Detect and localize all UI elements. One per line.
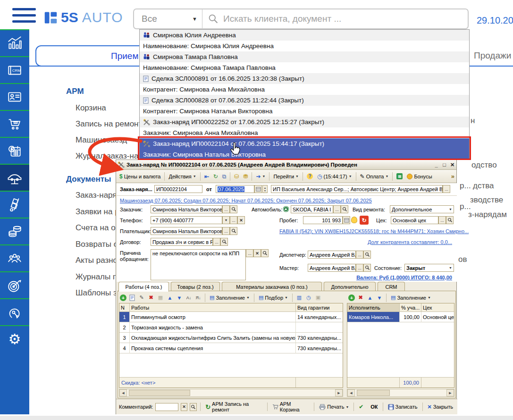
phone-select-button[interactable]: ... — [230, 216, 237, 224]
search-result-description[interactable]: Наименование: Смирнова Юлия Андреевна — [140, 41, 469, 51]
menu-item-scheta[interactable]: Счета на оп — [76, 223, 120, 233]
search-result-description[interactable]: Заказчик: Смирнова Анна Михайловна — [140, 127, 469, 138]
works-row-cell[interactable]: 14 календарных... — [296, 312, 343, 322]
chevron-down-icon[interactable]: ▼ — [449, 208, 452, 211]
add-copy-button[interactable] — [128, 294, 136, 302]
sort-desc-button[interactable]: Я↓ — [194, 294, 202, 302]
car-field[interactable]: SKODA, FABIA I — [291, 205, 333, 213]
shop-field[interactable]: Основной цех — [391, 216, 438, 224]
master-select-button[interactable]: ... — [356, 264, 363, 272]
help-button[interactable]: ? — [305, 173, 314, 180]
executor-row-cell[interactable]: Основной цех — [421, 312, 454, 322]
organization-field[interactable]: ИП Васильев Александр Сер...; Автосервис… — [271, 185, 443, 193]
menu-item-shablony[interactable]: Шаблоны за — [76, 288, 121, 298]
column-header-percent[interactable]: % уча... — [400, 303, 421, 312]
sidebar-item-schedule[interactable] — [0, 137, 29, 164]
search-result-client[interactable]: Смирнова Тамара Павловна — [140, 51, 469, 62]
payment-button[interactable]: ✎Оплата▼ — [359, 173, 390, 180]
sidebar-item-support[interactable] — [0, 298, 29, 325]
search-result-deal[interactable]: Сделка ЗСЛ000828 от 07.06.2025 11:22:44 … — [140, 95, 469, 106]
dispatcher-select-button[interactable]: ... — [356, 251, 363, 259]
search-scope-arrow-icon[interactable]: ▼ — [192, 16, 197, 22]
structure-button[interactable]: ⛁ — [233, 173, 240, 180]
state-select[interactable]: Закрыт▼ — [404, 264, 454, 272]
tab-works[interactable]: Работы (4 поз.) — [118, 282, 169, 292]
arm-repair-button[interactable]: ↻АРМ Запись на ремонт — [204, 401, 264, 413]
column-header-executor[interactable]: Исполнитель — [347, 303, 400, 312]
customer-field[interactable]: Смирнова Наталья Викторовна — [151, 205, 222, 213]
repair-type-select[interactable]: Дополнительное▼ — [390, 205, 454, 213]
search-result-work-order-selected[interactable]: Заказ-наряд ИП00022104 от 07.06.2025 15:… — [140, 138, 469, 149]
copy-disabled-button[interactable]: ▦ — [157, 294, 164, 302]
scroll-right-icon[interactable]: ▶ — [335, 389, 343, 396]
search-result-description-selected[interactable]: Заказчик: Смирнова Наталья Викторовна — [140, 149, 469, 160]
discount-footer[interactable]: Скидка: <нет> — [119, 377, 296, 387]
copy-button[interactable]: ⧉ — [221, 173, 228, 180]
subordination-button[interactable]: ⛃ — [242, 173, 249, 180]
global-search-combo[interactable]: Все ▼ Искать клиента, документ ... — [133, 8, 469, 29]
date-spinner[interactable]: ▲▼ — [262, 185, 268, 193]
menu-item-zayavki[interactable]: Заявки на р — [76, 207, 119, 217]
ok-button[interactable]: ✔ОК — [357, 403, 379, 411]
move-down-button[interactable]: ▼ — [176, 294, 183, 302]
move-down-button[interactable]: ▼ — [376, 294, 383, 302]
dispatcher-open-button[interactable] — [363, 251, 371, 259]
works-hscrollbar[interactable]: ◀ ▶ — [119, 389, 343, 397]
tab-prodazhi[interactable]: Продажи — [474, 50, 511, 61]
mileage-refresh-button[interactable]: ↻ — [360, 216, 369, 225]
save-disabled-button[interactable]: ▣ — [314, 294, 322, 302]
works-row-cell[interactable]: Пятиминутный осмотр — [130, 312, 296, 322]
works-row-cell[interactable] — [296, 322, 343, 333]
time-norm-button[interactable]: ◷ — [305, 294, 312, 302]
column-header-n[interactable]: N — [119, 303, 130, 312]
organization-select-button[interactable]: ... — [443, 185, 450, 193]
sidebar-item-analytics[interactable] — [0, 29, 29, 56]
search-result-description[interactable]: Контрагент: Смирнова Анна Михайловна — [140, 84, 469, 95]
works-row-cell[interactable]: 1 — [119, 312, 130, 322]
print-button[interactable]: Печать▼ — [318, 403, 350, 411]
debt-link[interactable]: Долг контрагента составляет: 0,0... — [368, 239, 452, 245]
delete-row-button[interactable]: ✖ — [357, 294, 364, 302]
search-result-description[interactable]: Контрагент: Смирнова Наталья Викторовна — [140, 106, 469, 117]
post-document-button[interactable]: ⇤ — [203, 173, 210, 180]
menu-item-akty[interactable]: Акты разног — [76, 256, 120, 265]
delete-row-button[interactable]: ✖ — [147, 294, 155, 302]
executor-row-cell[interactable]: 100,00 — [400, 312, 421, 322]
pick-button[interactable]: ▤Подбор▼ — [257, 294, 289, 301]
works-row-cell[interactable]: 4 — [119, 343, 130, 353]
contract-select-button[interactable]: ... — [213, 238, 220, 246]
number-field[interactable]: ИП00022104 — [154, 185, 202, 193]
menu-item-zapis-na-remont[interactable]: Запись на ремонт — [76, 119, 142, 129]
date-field[interactable]: 07.06.2025 — [216, 185, 254, 193]
edit-row-button[interactable]: ✎ — [138, 294, 145, 302]
phone-field[interactable]: +7 (900) 4400777 — [151, 216, 222, 224]
close-button[interactable]: ✕ — [448, 162, 456, 168]
more-toolbar-button[interactable]: » — [451, 173, 454, 180]
fill-button[interactable]: ▤Заполнение▼ — [389, 294, 432, 301]
contract-field[interactable]: Продажа з\ч и сервис в Руб от 27.05.2 — [151, 238, 213, 246]
calendar-button[interactable] — [254, 185, 262, 193]
save-button[interactable]: Записать — [387, 403, 419, 411]
dispatcher-field[interactable]: Андреев Андрей Вл — [308, 251, 356, 259]
sidebar-item-crm[interactable]: CRM — [0, 56, 29, 83]
mileage-calc-button[interactable] — [343, 216, 350, 224]
sidebar-item-cart[interactable] — [0, 110, 29, 137]
comment-clear-button[interactable]: ✕ — [181, 403, 188, 411]
reason-clear-button[interactable]: ✕ — [253, 249, 261, 257]
close-dialog-button[interactable]: ✕Закрыть — [426, 403, 454, 411]
shop-open-button[interactable] — [446, 216, 454, 224]
customer-open-button[interactable] — [230, 205, 237, 213]
scroll-thumb[interactable] — [357, 390, 390, 396]
send-button[interactable]: ➔▼ — [254, 173, 267, 180]
prices-currency-button[interactable]: $Цены и валюта — [118, 173, 162, 180]
goto-button[interactable]: Перейти▼ — [272, 173, 300, 180]
scroll-left-icon[interactable]: ◀ — [347, 389, 355, 396]
move-up-button[interactable]: ▲ — [166, 294, 174, 302]
tab-customer-materials[interactable]: Материалы заказчика (0 поз.) — [222, 282, 322, 291]
tab-additional[interactable]: Дополнительно — [324, 282, 376, 291]
master-open-button[interactable] — [363, 264, 371, 272]
sidebar-item-team[interactable] — [0, 244, 29, 271]
menu-item-mashinozaezd[interactable]: Машинозаезд — [76, 135, 127, 145]
works-row-cell[interactable]: 730 календарны... — [296, 333, 343, 343]
car-select-button[interactable]: ... — [333, 205, 341, 213]
